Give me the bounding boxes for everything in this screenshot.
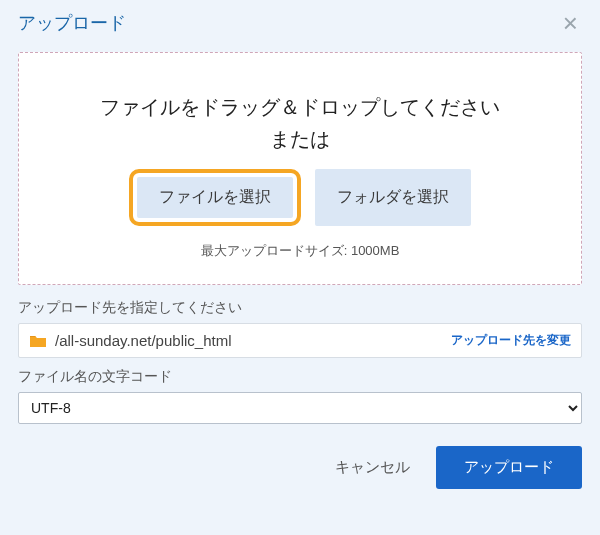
destination-label: アップロード先を指定してください	[18, 299, 582, 317]
drop-text-line1: ファイルをドラッグ＆ドロップしてください	[39, 91, 561, 123]
max-upload-size: 最大アップロードサイズ: 1000MB	[39, 242, 561, 260]
encoding-select[interactable]: UTF-8	[18, 392, 582, 424]
destination-section: アップロード先を指定してください /all-sunday.net/public_…	[0, 299, 600, 358]
change-destination-link[interactable]: アップロード先を変更	[451, 332, 571, 349]
button-row: ファイルを選択 フォルダを選択	[39, 169, 561, 226]
upload-button[interactable]: アップロード	[436, 446, 582, 489]
drop-text-line2: または	[39, 123, 561, 155]
upload-dialog: アップロード × ファイルをドラッグ＆ドロップしてください または ファイルを選…	[0, 0, 600, 535]
encoding-section: ファイル名の文字コード UTF-8	[0, 368, 600, 424]
destination-path-row: /all-sunday.net/public_html アップロード先を変更	[18, 323, 582, 358]
dialog-title: アップロード	[18, 11, 126, 35]
folder-icon	[29, 334, 47, 348]
encoding-label: ファイル名の文字コード	[18, 368, 582, 386]
cancel-button[interactable]: キャンセル	[335, 458, 410, 477]
dialog-footer: キャンセル アップロード	[0, 424, 600, 489]
destination-path: /all-sunday.net/public_html	[55, 332, 451, 349]
select-file-button[interactable]: ファイルを選択	[137, 177, 293, 218]
select-folder-button[interactable]: フォルダを選択	[315, 169, 471, 226]
dialog-header: アップロード ×	[0, 0, 600, 44]
close-icon[interactable]: ×	[559, 8, 582, 38]
dropzone[interactable]: ファイルをドラッグ＆ドロップしてください または ファイルを選択 フォルダを選択…	[18, 52, 582, 285]
highlight-frame: ファイルを選択	[129, 169, 301, 226]
